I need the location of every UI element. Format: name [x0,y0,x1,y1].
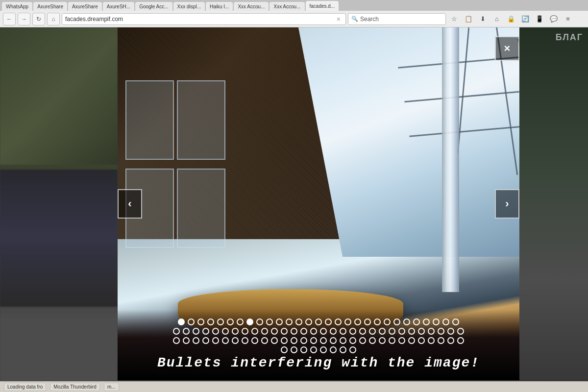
bullet-3-10[interactable] [271,337,278,344]
bullet-2-11[interactable] [281,328,288,335]
bullet-3-27[interactable] [438,337,444,344]
bullet-1-1[interactable] [188,318,195,325]
bullet-3-12[interactable] [291,337,297,344]
bullet-1-8[interactable] [256,318,263,325]
bullet-2-12[interactable] [291,328,297,335]
extension1-icon[interactable]: ⌂ [490,13,503,25]
bullet-2-0[interactable] [173,328,180,335]
bullet-3-19[interactable] [359,337,366,344]
bullet-3-21[interactable] [379,337,386,344]
bullet-2-28[interactable] [447,328,454,335]
bullet-1-15[interactable] [325,318,332,325]
bullet-4-3[interactable] [310,346,317,353]
bullet-2-22[interactable] [389,328,395,335]
tab-axureshare1[interactable]: AxureShare [33,2,67,11]
refresh-button[interactable]: ↻ [32,13,45,25]
bullet-1-6[interactable] [237,318,244,325]
bullet-4-1[interactable] [291,346,297,353]
forward-button[interactable]: → [18,13,30,25]
extension3-icon[interactable]: 🔄 [519,13,532,25]
tab-whatsapp[interactable]: WhatsApp [2,2,32,11]
bullet-2-17[interactable] [340,328,346,335]
bullet-2-19[interactable] [359,328,366,335]
bullet-1-7[interactable] [246,318,253,325]
bullet-1-25[interactable] [423,318,430,325]
bullet-2-15[interactable] [320,328,327,335]
extension4-icon[interactable]: 📱 [533,13,546,25]
bullet-1-22[interactable] [393,318,400,325]
bullet-4-2[interactable] [300,346,307,353]
next-arrow-button[interactable]: › [495,189,519,219]
bullet-1-28[interactable] [452,318,459,325]
address-close-button[interactable]: × [335,15,343,23]
bullet-1-16[interactable] [335,318,342,325]
bullet-1-2[interactable] [197,318,204,325]
bullet-1-13[interactable] [305,318,312,325]
search-bar[interactable]: 🔍 Search [348,13,446,25]
bullet-4-7[interactable] [349,346,356,353]
bullet-3-6[interactable] [232,337,239,344]
bullet-3-29[interactable] [457,337,464,344]
bullet-3-22[interactable] [389,337,395,344]
bullet-2-8[interactable] [251,328,258,335]
bullet-2-25[interactable] [418,328,425,335]
bullet-3-26[interactable] [428,337,435,344]
bullet-2-29[interactable] [457,328,464,335]
address-bar[interactable]: facades.dreampif.com × [62,13,346,25]
bullet-2-23[interactable] [398,328,405,335]
bullet-2-18[interactable] [349,328,356,335]
bullet-1-10[interactable] [276,318,283,325]
bullet-1-5[interactable] [227,318,234,325]
reader-icon[interactable]: 📋 [462,13,475,25]
bullet-1-27[interactable] [442,318,449,325]
bullet-3-1[interactable] [183,337,190,344]
tab-facades[interactable]: facades.d... [306,1,339,11]
bullet-1-18[interactable] [354,318,361,325]
bullet-2-13[interactable] [300,328,307,335]
bullet-1-11[interactable] [286,318,293,325]
bullet-3-2[interactable] [193,337,199,344]
tab-axureshare3[interactable]: AxureSH... [103,2,134,11]
bullet-2-4[interactable] [212,328,219,335]
bullet-2-5[interactable] [222,328,229,335]
bullet-3-15[interactable] [320,337,327,344]
tab-axureshare2[interactable]: AxureShare [68,2,102,11]
bullet-3-5[interactable] [222,337,229,344]
extension2-icon[interactable]: 🔒 [505,13,517,25]
bullet-1-12[interactable] [295,318,302,325]
tab-xxx2[interactable]: Xxx Accou... [234,2,269,11]
bullet-1-20[interactable] [374,318,381,325]
bullet-2-2[interactable] [193,328,199,335]
back-button[interactable]: ← [3,13,16,25]
bullet-2-9[interactable] [261,328,268,335]
bullet-4-6[interactable] [340,346,346,353]
bullet-1-23[interactable] [403,318,410,325]
bullet-2-24[interactable] [408,328,415,335]
home-button[interactable]: ⌂ [47,13,60,25]
bullet-2-10[interactable] [271,328,278,335]
bullet-1-0[interactable] [178,318,185,325]
tab-haiku[interactable]: Haiku I... [206,2,233,11]
bullet-3-7[interactable] [242,337,248,344]
bullet-2-26[interactable] [428,328,435,335]
bullet-3-23[interactable] [398,337,405,344]
bullet-2-7[interactable] [242,328,248,335]
bullet-3-3[interactable] [202,337,209,344]
bullet-3-11[interactable] [281,337,288,344]
bullet-4-0[interactable] [281,346,288,353]
bullet-1-14[interactable] [315,318,322,325]
bullet-3-0[interactable] [173,337,180,344]
bullet-1-9[interactable] [266,318,273,325]
bullet-1-24[interactable] [413,318,420,325]
bullet-3-14[interactable] [310,337,317,344]
bullet-4-5[interactable] [330,346,337,353]
bullet-2-16[interactable] [330,328,337,335]
bullet-2-21[interactable] [379,328,386,335]
bullet-1-26[interactable] [433,318,440,325]
bullet-2-6[interactable] [232,328,239,335]
bullet-1-4[interactable] [217,318,224,325]
bullet-1-17[interactable] [344,318,351,325]
extension5-icon[interactable]: 💬 [547,13,560,25]
close-button[interactable]: × [495,36,519,61]
bullet-2-1[interactable] [183,328,190,335]
